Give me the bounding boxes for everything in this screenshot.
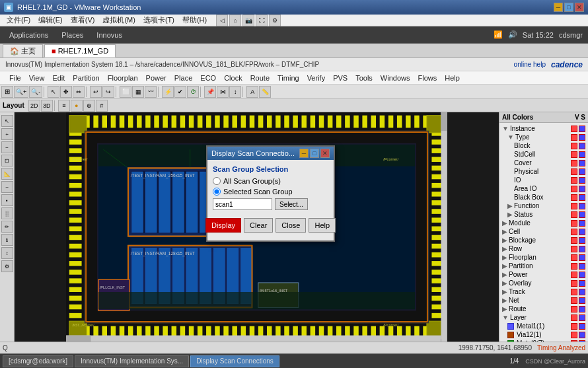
tree-stdcell[interactable]: StdCell (501, 150, 587, 159)
lt-fit[interactable]: ⊡ (1, 155, 13, 166)
tb-io[interactable]: ↕ (229, 86, 241, 98)
vs-v-cell[interactable] (571, 229, 577, 235)
menu-partition[interactable]: Partition (69, 73, 103, 83)
vs-v-module[interactable] (571, 220, 577, 227)
vs-v-power[interactable] (571, 272, 577, 278)
tree-overlay[interactable]: ▶ Overlay (501, 279, 587, 287)
vs-s-via12[interactable] (579, 332, 585, 338)
menu-windows[interactable]: Windows (377, 73, 414, 83)
tree-route[interactable]: ▶ Route (501, 305, 587, 313)
vs-s-area-io[interactable] (579, 186, 585, 192)
menu-floorplan[interactable]: Floorplan (104, 73, 142, 83)
places-menu[interactable]: Places (57, 30, 87, 40)
tb-annotate[interactable]: A (246, 86, 258, 98)
menu-view[interactable]: 查看(V) (67, 15, 99, 25)
tb-place[interactable]: ▦ (132, 86, 144, 98)
menu-help[interactable]: 帮助(H) (178, 15, 211, 25)
vs-s-function[interactable] (579, 203, 585, 209)
radio-selected-scan[interactable] (213, 188, 221, 196)
lt-select[interactable]: ↖ (1, 115, 13, 127)
tb-select[interactable]: ↖ (48, 86, 59, 98)
tree-module[interactable]: ▶ Module (501, 219, 587, 227)
menu-place[interactable]: Place (170, 73, 197, 83)
tree-power[interactable]: ▶ Power (501, 270, 587, 279)
tb-stretch[interactable]: ⇔ (73, 86, 85, 98)
tree-area-io[interactable]: Area IO (501, 184, 587, 193)
tree-cell[interactable]: ▶ Cell (501, 227, 587, 236)
vs-v-io[interactable] (571, 177, 577, 184)
tb-floorplan[interactable]: ⬜ (120, 86, 131, 98)
vs-s-overlay[interactable] (579, 280, 585, 287)
tb-pin[interactable]: 📌 (204, 86, 216, 98)
vs-v-row[interactable] (571, 246, 577, 252)
tree-row-item[interactable]: ▶ Row (501, 244, 587, 253)
vs-s-cell[interactable] (579, 229, 585, 235)
minimize-button[interactable]: ─ (554, 3, 563, 12)
close-button[interactable]: ✕ (575, 3, 584, 12)
lt-arrow[interactable]: ↕ (1, 247, 13, 259)
menu-innovus-file[interactable]: File (5, 73, 25, 83)
tree-cover[interactable]: Cover (501, 159, 587, 167)
select-button[interactable]: Select... (275, 198, 308, 210)
toolbar-home[interactable]: ⌂ (229, 15, 241, 26)
maximize-button[interactable]: □ (564, 3, 573, 12)
menu-file[interactable]: 文件(F) (3, 15, 34, 25)
tb-zoom-out[interactable]: 🔍- (29, 86, 42, 98)
display-button[interactable]: Display (205, 218, 241, 233)
vs-s-floorplan[interactable] (579, 254, 585, 261)
vs-v-status[interactable] (571, 211, 577, 218)
tb-layer-mgr[interactable]: ≡ (58, 100, 70, 112)
vs-s-module[interactable] (579, 220, 585, 227)
menu-innovus-help[interactable]: Help (441, 73, 464, 83)
dialog-close-btn[interactable]: ✕ (320, 149, 330, 158)
lt-config[interactable]: ⚙ (1, 260, 13, 272)
taskbar-display-scan[interactable]: Display Scan Connections (190, 355, 279, 367)
taskbar-innovus[interactable]: Innovus(TM) Implementation Sys... (75, 355, 189, 367)
menu-edit[interactable]: 编辑(E) (34, 15, 67, 25)
tree-type[interactable]: ▼ Type (501, 133, 587, 141)
tb-snap[interactable]: ⊕ (83, 100, 95, 112)
menu-vm[interactable]: 虚拟机(M) (98, 15, 139, 25)
tb-grid[interactable]: # (96, 100, 108, 112)
vs-v-type[interactable] (571, 134, 577, 141)
vs-v-block[interactable] (571, 143, 577, 149)
tree-layer[interactable]: ▼ Layer (501, 313, 587, 322)
taskbar-terminal[interactable]: [cdsmgr@eda:work] (3, 355, 73, 367)
tree-via12[interactable]: Via12(1) (501, 330, 587, 339)
vs-s-cover[interactable] (579, 160, 585, 166)
vs-s-route[interactable] (579, 306, 585, 313)
menu-timing[interactable]: Timing (274, 73, 303, 83)
menu-innovus-view[interactable]: View (25, 73, 49, 83)
tb-verify[interactable]: ✔ (174, 86, 186, 98)
tb-route[interactable]: 〰 (145, 86, 157, 98)
lt-prop[interactable]: ℹ (1, 234, 13, 246)
lt-edit[interactable]: ✏ (1, 221, 13, 233)
toolbar-fullscreen[interactable]: ⛶ (256, 15, 268, 26)
vs-v-cover[interactable] (571, 160, 577, 166)
vs-v-partition[interactable] (571, 263, 577, 270)
vs-s-net[interactable] (579, 297, 585, 304)
tree-floorplan[interactable]: ▶ Floorplan (501, 253, 587, 262)
lt-unzoom[interactable]: − (1, 141, 13, 153)
vs-v-metal1[interactable] (571, 323, 577, 330)
menu-verify[interactable]: Verify (303, 73, 330, 83)
applications-menu[interactable]: Applications (5, 30, 52, 40)
tab-home[interactable]: 🏠 主页 (3, 44, 43, 57)
vs-v-blackbox[interactable] (571, 194, 577, 201)
close-dialog-button[interactable]: Close (276, 218, 306, 233)
tb-redo[interactable]: ↪ (102, 86, 114, 98)
online-help[interactable]: online help (514, 61, 546, 68)
vs-s-physical[interactable] (579, 168, 585, 175)
tree-blackbox[interactable]: Black Box (501, 193, 587, 202)
toolbar-settings[interactable]: ⚙ (269, 15, 281, 26)
lt-fill[interactable]: ░ (1, 207, 13, 219)
tb-zoom-in[interactable]: 🔍+ (14, 86, 28, 98)
tree-block[interactable]: Block (501, 141, 587, 150)
toolbar-snapshot[interactable]: 📷 (242, 15, 254, 26)
menu-pvs[interactable]: PVS (329, 73, 351, 83)
vs-s-type[interactable] (579, 134, 585, 141)
tb-zoom-fit[interactable]: ⊞ (1, 86, 13, 98)
vs-s-row[interactable] (579, 246, 585, 252)
tb-undo[interactable]: ↩ (90, 86, 102, 98)
vs-s-blockage[interactable] (579, 237, 585, 244)
